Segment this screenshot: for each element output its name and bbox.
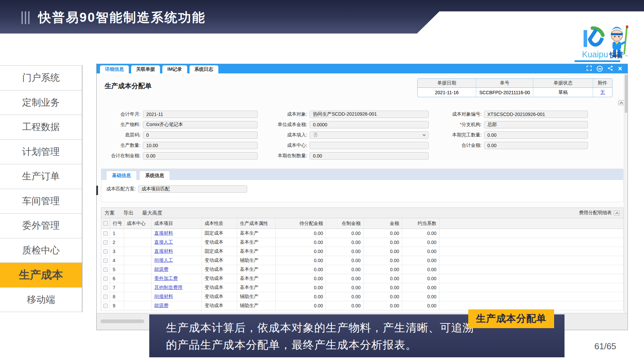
slide-header: 快普易90智能制造系统功能 [0, 0, 644, 34]
horizontal-scrollbar[interactable] [101, 319, 144, 323]
cell-cost-center [124, 229, 152, 238]
tab-system-log[interactable]: 系统日志 [190, 65, 218, 73]
table-row: 3 直接材料 固定成本 基本生产 0.00 0.00 0.00 0.00 [101, 247, 623, 256]
app-window: 详细信息 关联单据 IM记录 系统日志 IM × 生产成本分配单 [96, 64, 628, 330]
sidebar-item-custom[interactable]: 定制业务 [0, 90, 82, 115]
cell-cost-nature: 固定成本 [202, 247, 237, 256]
cost-item-link[interactable]: 间接材料 [152, 292, 202, 301]
cell-cost-center [124, 301, 152, 310]
field-label: 合计金额: [439, 142, 484, 148]
doc-no-value: SCCBFPD-20211116-00 [476, 88, 533, 97]
doc-info-header-no: 单号 [476, 79, 533, 87]
col-header-amount: 金额 [364, 218, 402, 229]
logo-underline [575, 60, 620, 62]
accounting-period-field[interactable]: 2021-11 [143, 111, 258, 118]
export-button[interactable]: 导出 [123, 210, 133, 216]
cell-equiv-coef: 0.00 [402, 247, 439, 256]
close-icon[interactable]: × [618, 66, 622, 72]
sidebar-item-portal[interactable]: 门户系统 [0, 66, 82, 90]
total-wip-amount-field[interactable]: 0.00 [143, 152, 258, 160]
cost-item-link[interactable]: 间接人工 [152, 256, 202, 265]
unit-cost-amount-field[interactable]: 0.0000 [310, 121, 429, 128]
cell-equiv-coef: 0.00 [402, 265, 439, 274]
row-checkbox[interactable] [103, 249, 108, 254]
cell-row-no: 4 [110, 256, 124, 265]
cost-match-scheme-field[interactable]: 成本项目匹配 [138, 185, 247, 193]
cost-object-field[interactable]: 协同生产SCDD-20210926-001 [310, 111, 429, 118]
share-icon[interactable] [608, 66, 613, 72]
cell-cost-nature: 变动成本 [202, 265, 237, 274]
sidebar-item-engineering[interactable]: 工程数据 [0, 115, 82, 140]
expand-icon[interactable] [587, 66, 592, 72]
attachment-link[interactable]: 无 [593, 88, 612, 97]
collapse-header-button[interactable] [618, 100, 624, 105]
cell-row-no: 5 [110, 265, 124, 274]
total-amount-field[interactable]: 0.00 [484, 142, 588, 149]
tab-im-records[interactable]: IM记录 [162, 65, 187, 73]
cell-prod-attr: 辅助生产 [237, 256, 276, 265]
cost-center-field[interactable] [310, 142, 429, 149]
slide-title: 快普易90智能制造系统功能 [38, 9, 206, 26]
cell-amount: 0.00 [364, 283, 402, 292]
vertical-scrollbar[interactable] [624, 73, 628, 313]
cell-amount: 0.00 [364, 229, 402, 238]
row-checkbox[interactable] [103, 267, 108, 272]
field-label: 成本填入: [264, 132, 310, 138]
caption-line-2: 的产品生产成本分配单，最终产生成本分析报表。 [166, 336, 565, 353]
select-all-checkbox[interactable] [103, 221, 108, 226]
row-checkbox[interactable] [103, 277, 108, 281]
cost-item-link[interactable]: 直接材料 [152, 247, 202, 256]
table-row: 9 能源费 变动成本 辅助生产 0.00 0.00 0.00 0.00 [101, 301, 623, 310]
cell-cost-nature: 变动成本 [202, 283, 237, 292]
col-header-row-no: 行号 [110, 218, 124, 229]
col-header-equiv-coef: 约当系数 [402, 218, 439, 229]
tab-detail-info[interactable]: 详细信息 [100, 65, 129, 73]
tab-related-docs[interactable]: 关联单据 [131, 65, 160, 73]
sidebar-item-planning[interactable]: 计划管理 [0, 140, 82, 165]
max-height-button[interactable]: 最大高度 [142, 210, 162, 216]
sidebar-item-prod-order[interactable]: 生产订单 [0, 164, 82, 189]
low-level-code-field[interactable]: 0 [143, 131, 258, 139]
sidebar-item-mobile[interactable]: 移动端 [0, 288, 82, 312]
branch-field[interactable]: 总部 [484, 121, 588, 128]
sidebar-item-qc[interactable]: 质检中心 [0, 238, 82, 263]
collapse-grid-button[interactable] [614, 210, 620, 216]
row-checkbox[interactable] [103, 258, 108, 263]
form-fields-col2: 成本对象:协同生产SCDD-20210926-001 单位成本金额:0.0000… [264, 111, 429, 160]
production-qty-field[interactable]: 10.00 [143, 142, 258, 149]
chevron-down-icon [423, 133, 426, 136]
im-icon[interactable]: IM [597, 66, 603, 72]
cell-wip-amount: 0.00 [326, 292, 364, 301]
subtab-basic-info[interactable]: 基础信息 [106, 171, 137, 180]
cell-pending-amount: 0.00 [276, 292, 326, 301]
cost-item-link[interactable]: 能源费 [152, 301, 202, 310]
sidebar-item-outsourcing[interactable]: 委外管理 [0, 214, 82, 238]
row-checkbox[interactable] [103, 286, 108, 290]
cost-fill-select[interactable]: 否 [310, 131, 429, 139]
cell-cost-center [124, 238, 152, 247]
row-checkbox[interactable] [103, 231, 108, 236]
row-checkbox[interactable] [103, 240, 108, 245]
cost-item-link[interactable]: 其他制造费用 [152, 283, 202, 292]
scheme-button[interactable]: 方案 [105, 210, 115, 216]
cost-item-link[interactable]: 直接人工 [152, 238, 202, 247]
row-checkbox[interactable] [103, 295, 108, 299]
subtab-system-info[interactable]: 系统信息 [139, 171, 170, 180]
field-label: 成本对象: [264, 111, 310, 117]
cost-item-link[interactable]: 直接材料 [152, 229, 202, 238]
cost-object-code-field[interactable]: XTSCSCDD-20210926-001 [484, 111, 588, 118]
cell-row-no: 8 [110, 292, 124, 301]
cell-pending-amount: 0.00 [276, 247, 326, 256]
cell-pending-amount: 0.00 [276, 265, 326, 274]
cell-cost-center [124, 247, 152, 256]
cell-prod-attr: 基本生产 [237, 265, 276, 274]
production-material-field[interactable]: Comix齐心笔记本 [143, 121, 258, 128]
sidebar-item-workshop[interactable]: 车间管理 [0, 189, 82, 214]
cost-item-link[interactable]: 委外加工费 [152, 274, 202, 283]
table-row: 6 委外加工费 变动成本 基本生产 0.00 0.00 0.00 0.00 [101, 274, 623, 283]
row-checkbox[interactable] [103, 304, 108, 308]
cost-item-link[interactable]: 能源费 [152, 265, 202, 274]
sidebar-item-prod-cost[interactable]: 生产成本 [0, 263, 82, 288]
period-wip-qty-field[interactable]: 0.00 [310, 152, 429, 160]
period-finished-qty-field[interactable]: 0.00 [484, 131, 588, 139]
